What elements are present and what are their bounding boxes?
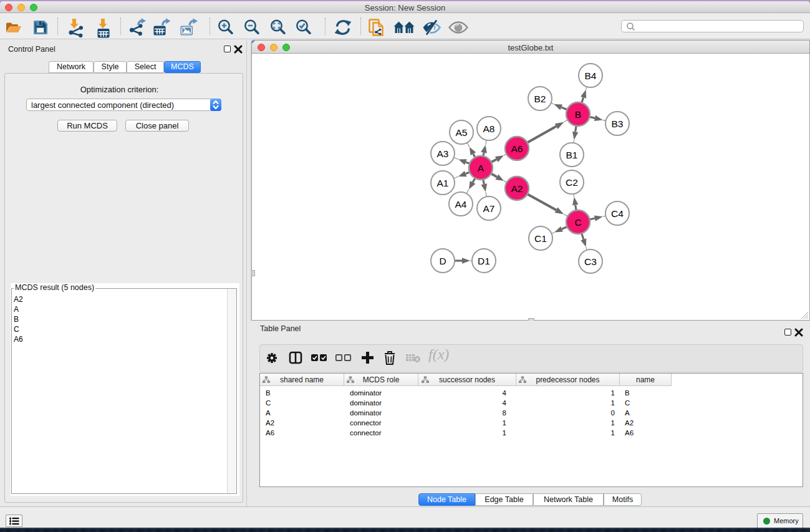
svg-text:C1: C1 xyxy=(534,233,547,244)
svg-text:D: D xyxy=(439,256,446,266)
svg-text:B: B xyxy=(575,109,581,120)
svg-text:C3: C3 xyxy=(584,256,597,267)
svg-text:A3: A3 xyxy=(437,148,449,159)
svg-text:B3: B3 xyxy=(612,118,624,129)
svg-text:A2: A2 xyxy=(511,183,523,194)
svg-text:B4: B4 xyxy=(585,70,597,81)
svg-text:B2: B2 xyxy=(534,94,546,104)
svg-text:A8: A8 xyxy=(483,123,495,134)
svg-text:A6: A6 xyxy=(511,143,523,154)
svg-text:A: A xyxy=(478,163,485,173)
svg-text:B1: B1 xyxy=(566,150,578,160)
svg-text:A5: A5 xyxy=(456,127,468,138)
svg-text:A7: A7 xyxy=(483,203,495,214)
svg-text:C4: C4 xyxy=(611,208,624,219)
svg-text:A1: A1 xyxy=(437,178,449,188)
svg-text:C2: C2 xyxy=(566,177,578,188)
svg-text:D1: D1 xyxy=(478,256,490,266)
svg-text:C: C xyxy=(574,217,581,228)
svg-text:A4: A4 xyxy=(455,199,467,210)
